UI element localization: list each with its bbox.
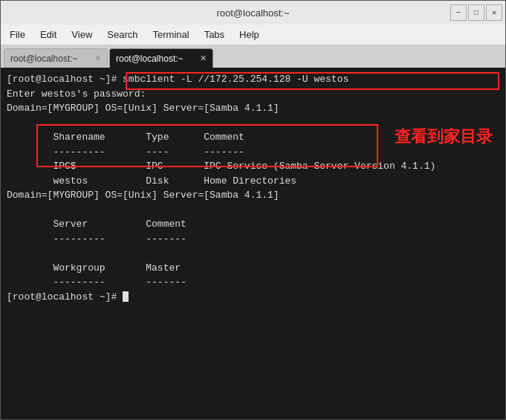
menu-file[interactable]: File xyxy=(4,28,31,42)
maximize-button[interactable]: □ xyxy=(468,4,484,21)
tab-0[interactable]: root@localhost:~ ✕ xyxy=(4,48,108,68)
menu-tabs[interactable]: Tabs xyxy=(198,28,230,42)
tab-1[interactable]: root@localhost:~ ✕ xyxy=(109,48,213,68)
window-title: root@localhost:~ xyxy=(216,7,289,19)
window-controls: ─ □ ✕ xyxy=(450,4,502,21)
terminal-content[interactable]: [root@localhost ~]# smbclient -L //172.2… xyxy=(1,68,505,419)
minimize-button[interactable]: ─ xyxy=(450,4,467,21)
tab-0-label: root@localhost:~ xyxy=(10,54,78,64)
tab-1-label: root@localhost:~ xyxy=(116,54,184,64)
menu-help[interactable]: Help xyxy=(233,28,265,42)
menu-terminal[interactable]: Terminal xyxy=(147,28,195,42)
tab-0-close[interactable]: ✕ xyxy=(94,54,101,63)
tabs-bar: root@localhost:~ ✕ root@localhost:~ ✕ xyxy=(1,45,505,68)
tab-1-close[interactable]: ✕ xyxy=(200,54,207,63)
terminal-output: [root@localhost ~]# smbclient -L //172.2… xyxy=(7,72,499,304)
cursor xyxy=(123,291,129,302)
annotation-label: 查看到家目录 xyxy=(395,124,493,149)
menu-bar: File Edit View Search Terminal Tabs Help xyxy=(1,25,505,45)
terminal-window: root@localhost:~ ─ □ ✕ File Edit View Se… xyxy=(0,0,506,420)
menu-view[interactable]: View xyxy=(65,28,98,42)
title-bar: root@localhost:~ ─ □ ✕ xyxy=(1,1,505,25)
menu-edit[interactable]: Edit xyxy=(34,28,62,42)
menu-search[interactable]: Search xyxy=(101,28,143,42)
close-button[interactable]: ✕ xyxy=(486,4,502,21)
